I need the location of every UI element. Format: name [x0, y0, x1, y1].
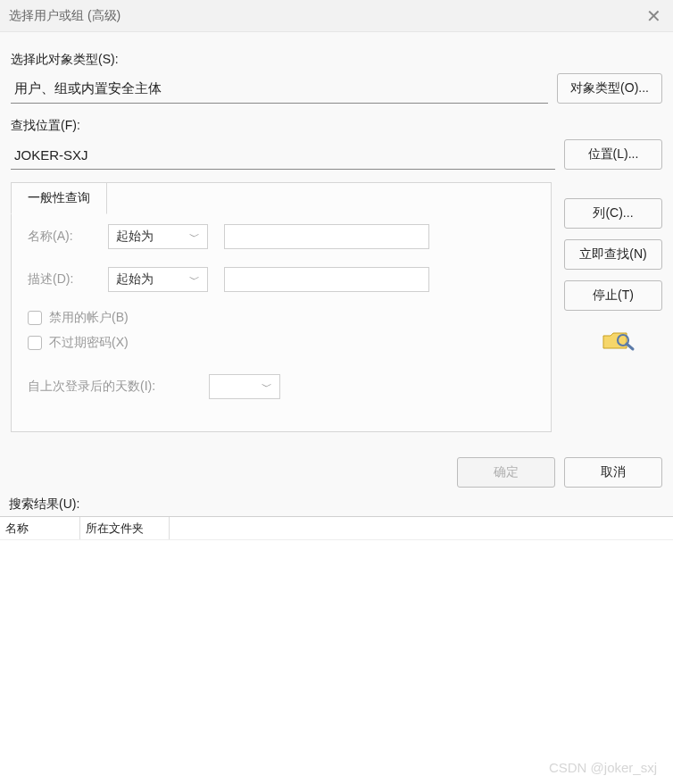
description-label: 描述(D): — [28, 271, 92, 288]
location-input[interactable] — [11, 139, 555, 170]
watermark: CSDN @joker_sxj — [549, 760, 657, 775]
column-name[interactable]: 名称 — [0, 517, 80, 539]
chevron-down-icon: ﹀ — [189, 229, 200, 245]
search-results-label: 搜索结果(U): — [0, 493, 673, 516]
stop-button[interactable]: 停止(T) — [564, 280, 662, 311]
locations-button[interactable]: 位置(L)... — [564, 139, 662, 170]
query-tab-panel: 一般性查询 名称(A): 起始为 ﹀ 描述(D): 起始为 ﹀ 禁用的 — [11, 182, 552, 432]
disabled-accounts-checkbox[interactable] — [28, 311, 42, 325]
ok-button[interactable]: 确定 — [457, 457, 555, 488]
chevron-down-icon: ﹀ — [262, 379, 272, 395]
name-mode-value: 起始为 — [116, 229, 154, 245]
titlebar: 选择用户或组 (高级) ✕ — [0, 0, 673, 32]
upper-panel: 选择此对象类型(S): 对象类型(O)... 查找位置(F): 位置(L)...… — [0, 32, 673, 445]
column-folder[interactable]: 所在文件夹 — [80, 517, 170, 539]
close-icon[interactable]: ✕ — [643, 5, 664, 27]
nonexpiring-password-label: 不过期密码(X) — [49, 335, 129, 351]
name-input[interactable] — [224, 224, 429, 249]
days-since-logon-label: 自上次登录后的天数(I): — [28, 379, 155, 395]
name-label: 名称(A): — [28, 229, 92, 245]
name-mode-combo[interactable]: 起始为 ﹀ — [108, 224, 208, 249]
object-type-input[interactable] — [11, 73, 548, 104]
disabled-accounts-label: 禁用的帐户(B) — [49, 310, 129, 326]
side-buttons: 列(C)... 立即查找(N) 停止(T) — [564, 182, 662, 432]
object-type-label: 选择此对象类型(S): — [11, 50, 662, 70]
window-title: 选择用户或组 (高级) — [9, 8, 120, 24]
footer-buttons: 确定 取消 — [0, 445, 673, 493]
chevron-down-icon: ﹀ — [189, 272, 200, 288]
days-since-logon-combo[interactable]: ﹀ — [209, 374, 280, 399]
cancel-button[interactable]: 取消 — [564, 457, 662, 488]
description-mode-combo[interactable]: 起始为 ﹀ — [108, 267, 208, 292]
svg-line-1 — [627, 344, 633, 349]
search-folder-icon — [602, 329, 636, 354]
description-mode-value: 起始为 — [116, 271, 154, 288]
results-grid[interactable]: 名称 所在文件夹 — [0, 516, 673, 775]
grid-header: 名称 所在文件夹 — [0, 517, 673, 540]
columns-button[interactable]: 列(C)... — [564, 198, 662, 229]
object-types-button[interactable]: 对象类型(O)... — [557, 73, 662, 104]
tab-common-queries[interactable]: 一般性查询 — [11, 182, 107, 214]
find-now-button[interactable]: 立即查找(N) — [564, 239, 662, 270]
description-input[interactable] — [224, 267, 429, 292]
location-label: 查找位置(F): — [11, 116, 662, 136]
nonexpiring-password-checkbox[interactable] — [28, 336, 42, 350]
